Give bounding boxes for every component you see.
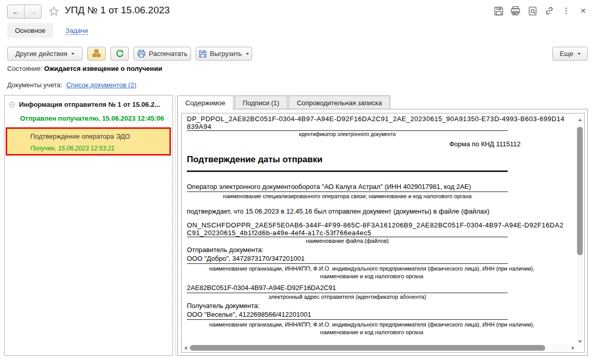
receiver-label: Получатель документа: bbox=[187, 302, 576, 310]
refresh-icon bbox=[116, 49, 124, 58]
sender-field: ООО "Добро", 3472873170/347201001 bbox=[187, 255, 508, 264]
selected-event-status: Получен, 15.06.2023 12:53:21 bbox=[30, 145, 114, 152]
tree-root-row[interactable]: Информация отправителя № 1 от 15.06.2... bbox=[9, 101, 160, 108]
events-tree-panel: Информация отправителя № 1 от 15.06.2...… bbox=[4, 95, 173, 356]
close-icon[interactable]: × bbox=[578, 5, 589, 16]
panel-splitter[interactable] bbox=[175, 95, 176, 355]
tab-content[interactable]: Содержимое bbox=[177, 95, 234, 110]
content-panel: DP_PDPOL_2AE82BC051F-0304-4B97-A94E-D92F… bbox=[177, 109, 588, 356]
other-actions-label: Другие действия bbox=[15, 50, 67, 58]
sender-address-caption: электронный адрес отправителя (идентифик… bbox=[187, 294, 508, 300]
state-value: Ожидается извещение о получении bbox=[44, 65, 162, 72]
content-tabs: Содержимое Подписи (1) Сопроводительная … bbox=[177, 95, 391, 109]
file-caption: наименование файла (файлов) bbox=[187, 238, 508, 244]
scroll-up-icon[interactable] bbox=[578, 119, 582, 121]
state-row: Состояние: Ожидается извещение о получен… bbox=[7, 65, 162, 72]
sender-org-caption: наименование организации, ИНН/КПП; Ф.И.О… bbox=[207, 265, 536, 280]
documents-list-link[interactable]: Список документов (2) bbox=[66, 81, 137, 89]
document-view: DP_PDPOL_2AE82BC051F-0304-4B97-A94E-D92F… bbox=[181, 113, 585, 353]
print-button-label: Распечатать bbox=[149, 50, 187, 58]
document-tree-button[interactable] bbox=[87, 47, 106, 61]
selected-event-row[interactable]: Подтверждение оператора ЭДО Получен, 15.… bbox=[6, 127, 171, 156]
selected-event-title: Подтверждение оператора ЭДО bbox=[30, 132, 130, 140]
scroll-right-icon[interactable] bbox=[572, 346, 574, 350]
state-label: Состояние: bbox=[7, 65, 42, 72]
document-heading: Подтверждение даты отправки bbox=[187, 156, 576, 163]
more-kebab-icon[interactable]: ⋮ bbox=[561, 5, 572, 16]
floppy-icon bbox=[199, 50, 207, 58]
scroll-down-icon[interactable] bbox=[578, 340, 582, 343]
tab-tasks[interactable]: Задачи bbox=[66, 27, 88, 35]
chevron-down-icon bbox=[71, 53, 74, 55]
sender-label: Отправитель документа: bbox=[187, 246, 576, 254]
document-content: DP_PDPOL_2AE82BC051F-0304-4B97-A94E-D92F… bbox=[187, 115, 576, 343]
more-button-label: Еще bbox=[560, 50, 573, 58]
identifier-caption: идентификатор электронного документа bbox=[187, 131, 508, 138]
form-code: Форма по КНД 1115112 bbox=[187, 140, 521, 148]
accounting-docs-row: Документы учета: Список документов (2) bbox=[7, 81, 137, 89]
receiver-org-caption: наименование организации, ИНН/КПП; Ф.И.О… bbox=[207, 321, 536, 336]
printer-icon bbox=[137, 49, 146, 58]
nav-tabs: Основное Задачи bbox=[7, 23, 88, 39]
app-window: ← → УПД № 1 от 15.06.2023 bbox=[0, 0, 595, 364]
vertical-scroll-thumb[interactable] bbox=[577, 127, 583, 255]
forward-arrow-icon[interactable]: → bbox=[25, 5, 41, 18]
field-underline bbox=[187, 130, 508, 131]
refresh-button[interactable] bbox=[110, 47, 129, 61]
tree-root-status: Отправлен получателю, 15.06.2023 12:45:0… bbox=[20, 114, 164, 122]
tab-signatures[interactable]: Подписи (1) bbox=[235, 95, 287, 109]
file-name: ON_NSCHFDOPPR_2AE5F5E0AB6-344F-4F99-865C… bbox=[187, 221, 565, 237]
horizontal-scrollbar[interactable] bbox=[183, 344, 576, 351]
tab-cover-note[interactable]: Сопроводительная записка bbox=[289, 95, 390, 109]
scroll-left-icon[interactable] bbox=[184, 346, 187, 350]
tree-root-label: Информация отправителя № 1 от 15.06.2... bbox=[19, 101, 160, 108]
print-icon[interactable] bbox=[510, 5, 521, 16]
favorite-star-icon[interactable] bbox=[48, 6, 60, 17]
collapse-icon[interactable] bbox=[9, 102, 15, 108]
vertical-scrollbar[interactable] bbox=[577, 114, 583, 346]
other-actions-button[interactable]: Другие действия bbox=[7, 47, 83, 61]
save-icon[interactable] bbox=[493, 5, 504, 16]
heading-rule bbox=[187, 170, 508, 172]
chevron-down-icon bbox=[578, 53, 581, 55]
chevron-down-icon bbox=[246, 53, 249, 55]
operator-caption: наименование специализированного операто… bbox=[187, 193, 508, 200]
operator-field: Оператор электронного документооборота "… bbox=[187, 183, 508, 192]
export-button[interactable]: Выгрузить bbox=[196, 47, 252, 61]
receiver-field: ООО "Веселье", 4122698566/412201001 bbox=[187, 311, 508, 320]
document-identifier: DP_PDPOL_2AE82BC051F-0304-4B97-A94E-D92F… bbox=[187, 115, 565, 130]
tab-main[interactable]: Основное bbox=[7, 23, 53, 38]
export-button-label: Выгрузить bbox=[210, 50, 242, 58]
more-button[interactable]: Еще bbox=[552, 47, 588, 61]
org-chart-icon bbox=[92, 49, 101, 58]
preview-icon[interactable] bbox=[527, 5, 538, 16]
back-arrow-icon[interactable]: ← bbox=[8, 5, 25, 18]
page-title: УПД № 1 от 15.06.2023 bbox=[65, 5, 170, 16]
confirm-text: подтверждает, что 15.06.2023 в 12.45.16 … bbox=[187, 207, 576, 215]
accounting-docs-label: Документы учета: bbox=[7, 81, 62, 89]
link-icon[interactable] bbox=[544, 5, 555, 16]
horizontal-scroll-thumb[interactable] bbox=[190, 345, 545, 351]
sender-address-field: 2AE82BC051F-0304-4B97-A94E-D92F16DA2C91 bbox=[187, 284, 508, 293]
print-document-button[interactable]: Распечатать bbox=[133, 47, 191, 61]
history-nav-group: ← → bbox=[7, 5, 42, 18]
field-underline bbox=[187, 237, 508, 237]
